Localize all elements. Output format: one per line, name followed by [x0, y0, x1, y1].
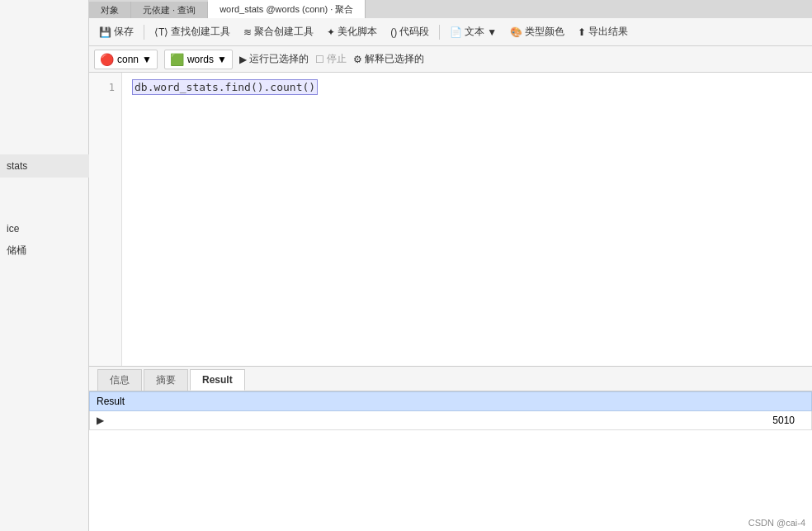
code-editor-area: 1 db.word_stats.find().count(): [89, 73, 812, 366]
tab-target[interactable]: 对象: [89, 2, 131, 18]
save-icon: 💾: [99, 26, 111, 38]
tab-summary-label: 摘要: [156, 373, 176, 387]
aggregate-build-label: 聚合创建工具: [254, 25, 314, 39]
export-button[interactable]: ⬆ 导出结果: [573, 23, 633, 40]
text-dropdown-icon: ▼: [487, 26, 497, 38]
stop-label: 停止: [327, 52, 347, 66]
tab-info-label: 信息: [110, 373, 130, 387]
code-editor[interactable]: 1 db.word_stats.find().count(): [89, 73, 812, 366]
beautify-icon: ✦: [327, 26, 335, 38]
sidebar-item-stats[interactable]: stats: [0, 154, 89, 178]
tab-word-stats-label: word_stats @words (conn) · 聚合: [220, 3, 353, 16]
result-table: Result ▶ 5010: [89, 391, 812, 430]
find-build-label: 查找创建工具: [171, 25, 230, 39]
words-value: words: [187, 54, 214, 65]
words-icon: 🟩: [170, 53, 184, 66]
footer: CSDN @cai-4: [748, 514, 812, 531]
find-build-icon: ⟨T⟩: [154, 26, 168, 38]
code-icon: (): [390, 26, 397, 38]
find-build-button[interactable]: ⟨T⟩ 查找创建工具: [149, 23, 235, 40]
tab-result-label: Result: [202, 374, 233, 386]
code-label: 代码段: [399, 25, 429, 39]
result-table-cell: ▶ 5010: [90, 411, 812, 430]
conn-value: conn: [117, 54, 139, 65]
text-button[interactable]: 📄 文本 ▼: [445, 23, 502, 40]
brand-label: CSDN @cai-4: [748, 518, 805, 528]
sidebar-item-ice[interactable]: ice: [0, 223, 89, 235]
toolbar-row1: 💾 保存 ⟨T⟩ 查找创建工具 ≋ 聚合创建工具 ✦ 美化脚本 () 代码段 📄…: [89, 18, 812, 46]
toolbar-row2: 🔴 conn ▼ 🟩 words ▼ ▶ 运行已选择的 ☐ 停止 ⚙ 解释已选择…: [89, 46, 812, 73]
table-row: ▶ 5010: [90, 411, 812, 430]
type-color-button[interactable]: 🎨 类型颜色: [505, 23, 569, 40]
tab-builder-label: 元依建 · 查询: [143, 4, 196, 17]
run-button[interactable]: ▶ 运行已选择的: [239, 52, 309, 66]
code-text: db.word_stats.find().count(): [132, 79, 318, 95]
words-chevron-icon: ▼: [217, 54, 227, 65]
main-content: 对象 元依建 · 查询 word_stats @words (conn) · 聚…: [89, 0, 812, 531]
aggregate-icon: ≋: [243, 26, 252, 38]
result-panel: 信息 摘要 Result Result ▶: [89, 366, 812, 531]
stop-checkbox-icon: ☐: [315, 54, 324, 65]
tab-builder[interactable]: 元依建 · 查询: [131, 2, 208, 18]
stop-button[interactable]: ☐ 停止: [315, 52, 347, 66]
beautify-label: 美化脚本: [338, 25, 377, 39]
separator-2: [439, 25, 440, 40]
words-dropdown[interactable]: 🟩 words ▼: [164, 50, 233, 69]
beautify-button[interactable]: ✦ 美化脚本: [322, 23, 382, 40]
text-label: 文本: [465, 25, 484, 39]
conn-icon: 🔴: [100, 53, 114, 66]
tab-word-stats[interactable]: word_stats @words (conn) · 聚合: [208, 0, 366, 18]
line-number-1: 1: [89, 79, 121, 96]
code-line-1: db.word_stats.find().count(): [132, 79, 802, 96]
conn-dropdown[interactable]: 🔴 conn ▼: [94, 50, 158, 69]
line-numbers: 1: [89, 73, 122, 366]
tab-result[interactable]: Result: [190, 369, 245, 391]
conn-chevron-icon: ▼: [142, 54, 152, 65]
separator-1: [144, 25, 144, 40]
tab-info[interactable]: 信息: [97, 369, 142, 391]
result-table-header: Result: [90, 392, 812, 411]
result-content: Result ▶ 5010: [89, 391, 812, 531]
code-segment-button[interactable]: () 代码段: [385, 23, 434, 40]
type-color-icon: 🎨: [510, 26, 522, 38]
run-label: 运行已选择的: [249, 52, 309, 66]
text-icon: 📄: [450, 26, 462, 38]
aggregate-build-button[interactable]: ≋ 聚合创建工具: [238, 23, 319, 40]
type-color-label: 类型颜色: [525, 25, 564, 39]
sidebar: stats ice 储桶: [0, 0, 89, 531]
tab-target-label: 对象: [101, 4, 119, 17]
tab-summary[interactable]: 摘要: [144, 369, 188, 391]
result-value: 5010: [772, 415, 805, 426]
export-icon: ⬆: [578, 26, 586, 38]
code-content[interactable]: db.word_stats.find().count(): [122, 73, 812, 366]
explain-button[interactable]: ⚙ 解释已选择的: [353, 52, 424, 66]
explain-label: 解释已选择的: [365, 52, 424, 66]
save-button[interactable]: 💾 保存: [94, 23, 139, 40]
expand-arrow-icon[interactable]: ▶: [97, 415, 107, 426]
result-tab-bar: 信息 摘要 Result: [89, 367, 812, 391]
sidebar-item-storage[interactable]: 储桶: [0, 244, 89, 258]
run-icon: ▶: [239, 54, 247, 65]
top-tab-bar: 对象 元依建 · 查询 word_stats @words (conn) · 聚…: [89, 0, 812, 18]
save-label: 保存: [114, 25, 134, 39]
export-label: 导出结果: [588, 25, 628, 39]
explain-icon: ⚙: [353, 54, 362, 65]
